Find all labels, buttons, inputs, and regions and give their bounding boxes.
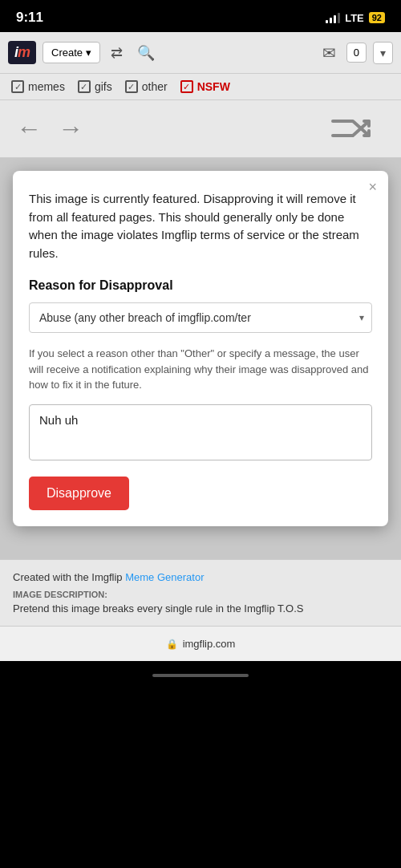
memes-label: memes <box>28 80 65 93</box>
nsfw-label: NSFW <box>197 80 230 93</box>
shuffle-icon-area <box>329 113 385 145</box>
battery-badge: 92 <box>369 12 385 23</box>
disapproval-modal: × This image is currently featured. Disa… <box>13 171 388 526</box>
status-bar: 9:11 LTE 92 <box>0 0 401 32</box>
select-wrapper: Abuse (any other breach of imgflip.com/t… <box>29 302 372 333</box>
filter-other[interactable]: ✓ other <box>125 80 168 93</box>
message-textarea[interactable]: Nuh uh <box>29 404 372 460</box>
mail-button[interactable]: ✉ <box>318 39 340 67</box>
gifs-checkbox[interactable]: ✓ <box>78 80 91 93</box>
gifs-label: gifs <box>95 80 112 93</box>
created-text: Created with the Imgflip <box>13 571 123 583</box>
other-label: other <box>142 80 168 93</box>
modal-section-title: Reason for Disapproval <box>29 278 372 293</box>
created-with: Created with the Imgflip Meme Generator <box>13 571 388 583</box>
nav-logo: im <box>8 41 36 64</box>
signal-bars <box>326 12 340 23</box>
navbar: im Create ▾ ⇄ 🔍 ✉ 0 ▾ <box>0 32 401 74</box>
disapprove-button[interactable]: Disapprove <box>29 477 129 510</box>
browser-bar: 🔒 imgflip.com <box>0 626 401 661</box>
status-time: 9:11 <box>16 10 43 26</box>
modal-close-button[interactable]: × <box>368 179 377 196</box>
notification-count[interactable]: 0 <box>346 43 367 63</box>
image-description-label: IMAGE DESCRIPTION: <box>13 590 388 599</box>
modal-body-text: This image is currently featured. Disapp… <box>29 190 372 262</box>
memes-checkbox[interactable]: ✓ <box>11 80 24 93</box>
forward-arrow-button[interactable]: → <box>58 114 83 144</box>
nsfw-checkbox[interactable]: ✓ <box>180 80 193 93</box>
home-bar <box>152 674 249 677</box>
lte-label: LTE <box>345 12 364 24</box>
filter-gifs[interactable]: ✓ gifs <box>78 80 112 93</box>
chevron-down-icon: ▾ <box>86 47 91 59</box>
other-checkbox[interactable]: ✓ <box>125 80 138 93</box>
modal-info-text: If you select a reason other than "Other… <box>29 346 372 393</box>
status-right: LTE 92 <box>326 12 385 24</box>
browser-url: imgflip.com <box>183 638 236 650</box>
create-label: Create <box>51 47 83 59</box>
nav-arrows: ← → <box>0 100 401 158</box>
bottom-info: Created with the Imgflip Meme Generator … <box>0 559 401 626</box>
filter-nsfw[interactable]: ✓ NSFW <box>180 80 230 93</box>
main-content: × This image is currently featured. Disa… <box>0 158 401 559</box>
nav-dropdown-button[interactable]: ▾ <box>373 42 393 64</box>
shuffle-button[interactable]: ⇄ <box>107 40 127 66</box>
reason-select[interactable]: Abuse (any other breach of imgflip.com/t… <box>29 302 372 333</box>
filter-bar: ✓ memes ✓ gifs ✓ other ✓ NSFW <box>0 74 401 100</box>
search-button[interactable]: 🔍 <box>133 40 159 66</box>
filter-memes[interactable]: ✓ memes <box>11 80 65 93</box>
lock-icon: 🔒 <box>166 639 178 650</box>
home-indicator <box>0 661 401 690</box>
meme-generator-link[interactable]: Meme Generator <box>125 571 204 583</box>
image-description-text: Pretend this image breaks every single r… <box>13 602 388 614</box>
back-arrow-button[interactable]: ← <box>16 114 42 144</box>
create-button[interactable]: Create ▾ <box>43 42 100 63</box>
